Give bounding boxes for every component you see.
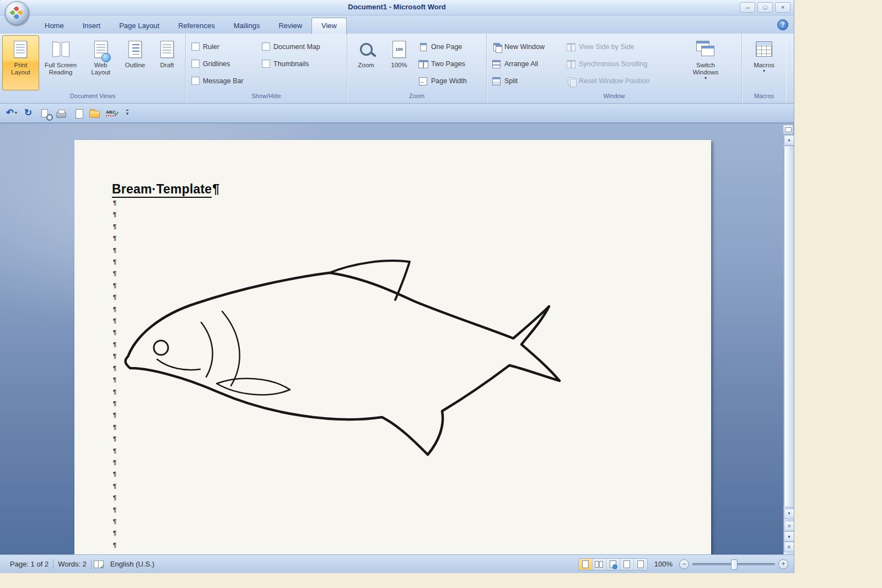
tab-references[interactable]: References xyxy=(169,18,224,34)
print-preview-button[interactable] xyxy=(37,106,52,120)
message-bar-label: Message Bar xyxy=(203,77,244,85)
document-area: Bream·Template¶ ¶ ¶ ¶ ¶ ¶ ¶ ¶ ¶ ¶ ¶ ¶ ¶ … xyxy=(0,123,794,554)
print-layout-button[interactable]: Print Layout xyxy=(2,35,39,90)
new-document-icon xyxy=(76,109,83,118)
ruler-checkbox-box[interactable] xyxy=(191,42,200,51)
previous-page-button[interactable]: « xyxy=(784,521,794,531)
qat-customize-button[interactable]: ▾ xyxy=(120,106,135,120)
full-screen-reading-button[interactable]: Full Screen Reading xyxy=(39,35,83,90)
scroll-down-button[interactable]: ▼ xyxy=(784,509,794,519)
one-page-button[interactable]: One Page xyxy=(416,38,470,55)
next-page-button[interactable]: » xyxy=(784,542,794,552)
print-layout-label: Print Layout xyxy=(4,62,37,76)
document-map-checkbox-box[interactable] xyxy=(262,42,270,51)
view-shortcut-buttons xyxy=(578,558,648,570)
status-full-screen-icon xyxy=(595,561,603,568)
ruler-checkbox[interactable]: Ruler xyxy=(188,38,259,55)
thumbnails-checkbox[interactable]: Thumbnails xyxy=(259,55,324,72)
full-screen-reading-label: Full Screen Reading xyxy=(41,62,80,76)
page-width-arrow: ↔ xyxy=(420,79,424,84)
open-button[interactable] xyxy=(87,106,101,120)
web-layout-icon xyxy=(94,38,107,60)
zoom-in-button[interactable]: + xyxy=(778,559,788,569)
web-layout-label: Web Layout xyxy=(84,62,117,76)
tab-home[interactable]: Home xyxy=(35,18,73,34)
minimize-button[interactable]: – xyxy=(740,2,755,13)
outline-button[interactable]: Outline xyxy=(119,35,151,90)
full-screen-reading-icon xyxy=(52,38,69,60)
scrollbar-thumb[interactable] xyxy=(784,145,794,508)
ruler-toggle-button[interactable] xyxy=(783,125,793,134)
zoom-out-button[interactable]: – xyxy=(679,559,689,569)
zoom-button[interactable]: Zoom xyxy=(349,35,383,90)
word-count[interactable]: Words: 2 xyxy=(53,560,91,568)
two-pages-button[interactable]: Two Pages xyxy=(416,55,470,72)
vertical-scrollbar[interactable]: ▲ ▼ « ● » xyxy=(783,135,794,554)
select-browse-object-button[interactable]: ● xyxy=(784,531,794,542)
web-layout-button[interactable]: Web Layout xyxy=(82,35,119,90)
browse-object-icon: ● xyxy=(788,534,790,539)
page-indicator[interactable]: Page: 1 of 2 xyxy=(6,560,53,568)
group-label-document-views: Document Views xyxy=(0,93,185,103)
zoom-100-button[interactable]: 100 100% xyxy=(383,35,416,90)
new-window-icon xyxy=(492,42,501,51)
view-side-by-side-label: View Side by Side xyxy=(579,43,634,51)
one-page-icon xyxy=(418,42,428,51)
thumbnails-label: Thumbnails xyxy=(273,60,309,68)
message-bar-checkbox-box[interactable] xyxy=(191,77,200,85)
next-page-icon: » xyxy=(784,546,794,549)
page-width-label: Page Width xyxy=(431,77,467,85)
zoom-slider-thumb[interactable] xyxy=(731,559,738,570)
macros-button[interactable]: Macros ▾ xyxy=(745,35,783,90)
new-window-button[interactable]: New Window xyxy=(489,38,563,55)
tab-mailings[interactable]: Mailings xyxy=(224,18,270,34)
ruler-icon xyxy=(785,127,792,132)
status-print-layout-button[interactable] xyxy=(579,559,593,570)
scroll-up-button[interactable]: ▲ xyxy=(784,135,794,145)
restore-button[interactable]: □ xyxy=(757,2,773,13)
spelling-button[interactable]: ABC✓ xyxy=(104,106,118,120)
gridlines-checkbox[interactable]: Gridlines xyxy=(188,55,259,72)
two-pages-icon xyxy=(418,60,428,68)
zoom-label: Zoom xyxy=(358,62,374,69)
zoom-100-icon-text: 100 xyxy=(392,41,406,58)
tab-page-layout[interactable]: Page Layout xyxy=(110,18,169,34)
zoom-slider[interactable] xyxy=(692,563,775,565)
tab-review[interactable]: Review xyxy=(269,18,311,34)
group-show-hide: Ruler Gridlines Message Bar Document Map xyxy=(186,34,347,103)
language-indicator[interactable]: English (U.S.) xyxy=(106,560,159,568)
help-button[interactable]: ? xyxy=(777,19,788,30)
proofing-status-icon[interactable]: ✓ xyxy=(94,560,104,568)
status-outline-button[interactable] xyxy=(620,559,634,570)
arrange-all-button[interactable]: Arrange All xyxy=(489,55,563,72)
ribbon: Print Layout Full Screen Reading Web Lay… xyxy=(0,34,794,104)
status-web-layout-button[interactable] xyxy=(606,559,620,570)
spelling-check-icon: ✓ xyxy=(114,111,119,116)
undo-button[interactable]: ↶ ▾ xyxy=(4,106,19,120)
fish-drawing xyxy=(74,140,711,554)
page-width-button[interactable]: ↔ Page Width xyxy=(416,72,470,89)
status-draft-button[interactable] xyxy=(634,559,647,570)
close-button[interactable]: × xyxy=(775,2,790,13)
reset-window-position-button: Reset Window Position xyxy=(563,72,684,89)
redo-button[interactable]: ↻ xyxy=(21,106,35,120)
document-map-checkbox[interactable]: Document Map xyxy=(259,38,324,55)
redo-icon: ↻ xyxy=(24,108,32,118)
tab-insert[interactable]: Insert xyxy=(73,18,110,34)
zoom-level[interactable]: 100% xyxy=(651,560,676,568)
quick-print-button[interactable] xyxy=(54,106,68,120)
split-button[interactable]: Split xyxy=(489,72,563,89)
tab-view[interactable]: View xyxy=(311,18,347,34)
message-bar-checkbox[interactable]: Message Bar xyxy=(188,72,259,89)
new-document-button[interactable] xyxy=(71,106,85,120)
document-page[interactable]: Bream·Template¶ ¶ ¶ ¶ ¶ ¶ ¶ ¶ ¶ ¶ ¶ ¶ ¶ … xyxy=(74,140,711,554)
office-button[interactable] xyxy=(5,1,29,25)
switch-windows-button[interactable]: Switch Windows ▾ xyxy=(684,35,728,90)
gridlines-checkbox-box[interactable] xyxy=(191,60,200,68)
synchronous-scrolling-icon xyxy=(566,60,576,68)
thumbnails-checkbox-box[interactable] xyxy=(262,60,270,68)
status-outline-icon xyxy=(623,560,630,568)
reset-window-position-label: Reset Window Position xyxy=(579,77,650,85)
draft-button[interactable]: Draft xyxy=(151,35,183,90)
status-full-screen-button[interactable] xyxy=(593,559,606,570)
